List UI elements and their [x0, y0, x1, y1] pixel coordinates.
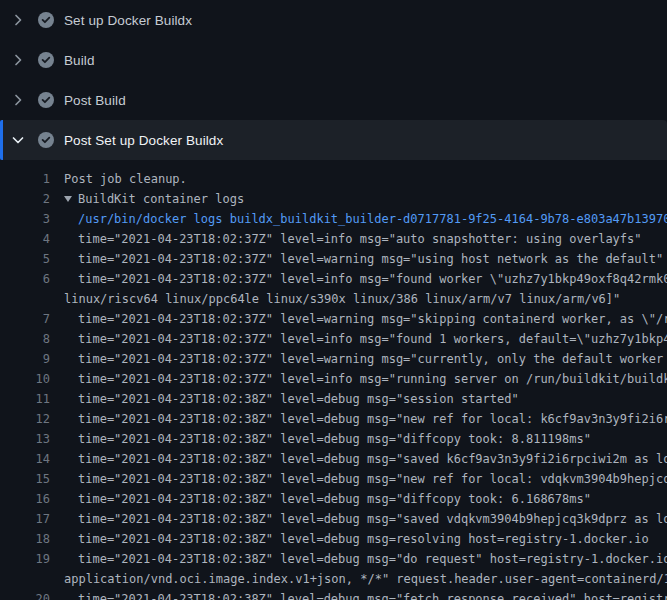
check-circle-icon: [38, 12, 54, 28]
step-row[interactable]: Set up Docker Buildx: [0, 0, 667, 40]
line-number[interactable]: 13: [0, 429, 50, 449]
log-text: application/vnd.oci.image.index.v1+json,…: [64, 569, 667, 589]
log-row: 17 time="2021-04-23T18:02:38Z" level=deb…: [0, 509, 667, 529]
log-row: 12 time="2021-04-23T18:02:38Z" level=deb…: [0, 409, 667, 429]
log-text: time="2021-04-23T18:02:38Z" level=debug …: [64, 529, 667, 549]
log-text: Post job cleanup.: [64, 169, 667, 189]
log-row: 5 time="2021-04-23T18:02:37Z" level=warn…: [0, 249, 667, 269]
chevron-right-icon: [10, 92, 26, 108]
line-number[interactable]: 17: [0, 509, 50, 529]
line-number[interactable]: 18: [0, 529, 50, 549]
line-number[interactable]: 10: [0, 369, 50, 389]
log-row: linux/riscv64 linux/ppc64le linux/s390x …: [0, 289, 667, 309]
step-title: Set up Docker Buildx: [64, 13, 192, 28]
line-number[interactable]: 14: [0, 449, 50, 469]
line-number[interactable]: 6: [0, 269, 50, 289]
line-number[interactable]: 3: [0, 209, 50, 229]
log-row: 10 time="2021-04-23T18:02:37Z" level=inf…: [0, 369, 667, 389]
line-number[interactable]: 8: [0, 329, 50, 349]
log-row: 6 time="2021-04-23T18:02:37Z" level=info…: [0, 269, 667, 289]
line-number[interactable]: [0, 569, 50, 589]
log-text: time="2021-04-23T18:02:38Z" level=debug …: [64, 429, 667, 449]
line-number[interactable]: 7: [0, 309, 50, 329]
step-title: Post Set up Docker Buildx: [64, 133, 223, 148]
actions-log-viewer: Set up Docker Buildx Build: [0, 0, 667, 600]
log-text: time="2021-04-23T18:02:38Z" level=debug …: [64, 589, 667, 600]
log-row: 8 time="2021-04-23T18:02:37Z" level=info…: [0, 329, 667, 349]
chevron-right-icon: [10, 52, 26, 68]
log-row: 11 time="2021-04-23T18:02:38Z" level=deb…: [0, 389, 667, 409]
steps-list: Set up Docker Buildx Build: [0, 0, 667, 160]
log-row: 2 BuildKit container logs: [0, 189, 667, 209]
step-row[interactable]: Post Set up Docker Buildx: [0, 120, 667, 160]
step-title: Build: [64, 53, 95, 68]
line-number[interactable]: 11: [0, 389, 50, 409]
log-row: 16 time="2021-04-23T18:02:38Z" level=deb…: [0, 489, 667, 509]
collapse-triangle-icon[interactable]: [64, 196, 72, 202]
log-row: 7 time="2021-04-23T18:02:37Z" level=warn…: [0, 309, 667, 329]
log-text: time="2021-04-23T18:02:37Z" level=warnin…: [64, 349, 667, 369]
log-row: 19 time="2021-04-23T18:02:38Z" level=deb…: [0, 549, 667, 569]
step-title: Post Build: [64, 93, 126, 108]
log-text: linux/riscv64 linux/ppc64le linux/s390x …: [64, 289, 667, 309]
step-row[interactable]: Post Build: [0, 80, 667, 120]
log-row: 14 time="2021-04-23T18:02:38Z" level=deb…: [0, 449, 667, 469]
log-row: 4 time="2021-04-23T18:02:37Z" level=info…: [0, 229, 667, 249]
chevron-down-icon: [10, 132, 26, 148]
log-text: time="2021-04-23T18:02:37Z" level=info m…: [64, 329, 667, 349]
line-number[interactable]: 5: [0, 249, 50, 269]
chevron-right-icon: [10, 12, 26, 28]
check-circle-icon: [38, 132, 54, 148]
line-number[interactable]: 19: [0, 549, 50, 569]
log-text: time="2021-04-23T18:02:37Z" level=info m…: [64, 369, 667, 389]
line-number[interactable]: 20: [0, 589, 50, 600]
step-row[interactable]: Build: [0, 40, 667, 80]
log-text: time="2021-04-23T18:02:38Z" level=debug …: [64, 489, 667, 509]
line-number[interactable]: 16: [0, 489, 50, 509]
log-text: time="2021-04-23T18:02:38Z" level=debug …: [64, 449, 667, 469]
log-row: 18 time="2021-04-23T18:02:38Z" level=deb…: [0, 529, 667, 549]
log-text: time="2021-04-23T18:02:38Z" level=debug …: [64, 509, 667, 529]
log-text: time="2021-04-23T18:02:37Z" level=info m…: [64, 269, 667, 289]
log-row: application/vnd.oci.image.index.v1+json,…: [0, 569, 667, 589]
log-text: time="2021-04-23T18:02:38Z" level=debug …: [64, 549, 667, 569]
log-text: time="2021-04-23T18:02:37Z" level=info m…: [64, 229, 667, 249]
line-number[interactable]: [0, 289, 50, 309]
log-text: time="2021-04-23T18:02:38Z" level=debug …: [64, 389, 667, 409]
log-row: 13 time="2021-04-23T18:02:38Z" level=deb…: [0, 429, 667, 449]
check-circle-icon: [38, 52, 54, 68]
log-row: 9 time="2021-04-23T18:02:37Z" level=warn…: [0, 349, 667, 369]
log-text: time="2021-04-23T18:02:37Z" level=warnin…: [64, 309, 667, 329]
line-number[interactable]: 2: [0, 189, 50, 209]
check-circle-icon: [38, 92, 54, 108]
log-lines: 1 Post job cleanup. 2 BuildKit container…: [0, 160, 667, 600]
line-number[interactable]: 15: [0, 469, 50, 489]
line-number[interactable]: 1: [0, 169, 50, 189]
log-text: time="2021-04-23T18:02:38Z" level=debug …: [64, 409, 667, 429]
log-row: 15 time="2021-04-23T18:02:38Z" level=deb…: [0, 469, 667, 489]
log-text: /usr/bin/docker logs buildx_buildkit_bui…: [64, 209, 667, 229]
log-text: BuildKit container logs: [64, 189, 667, 209]
log-row: 20 time="2021-04-23T18:02:38Z" level=deb…: [0, 589, 667, 600]
line-number[interactable]: 4: [0, 229, 50, 249]
log-text: time="2021-04-23T18:02:37Z" level=warnin…: [64, 249, 667, 269]
line-number[interactable]: 12: [0, 409, 50, 429]
log-row: 1 Post job cleanup.: [0, 169, 667, 189]
log-row: 3 /usr/bin/docker logs buildx_buildkit_b…: [0, 209, 667, 229]
line-number[interactable]: 9: [0, 349, 50, 369]
log-text: time="2021-04-23T18:02:38Z" level=debug …: [64, 469, 667, 489]
